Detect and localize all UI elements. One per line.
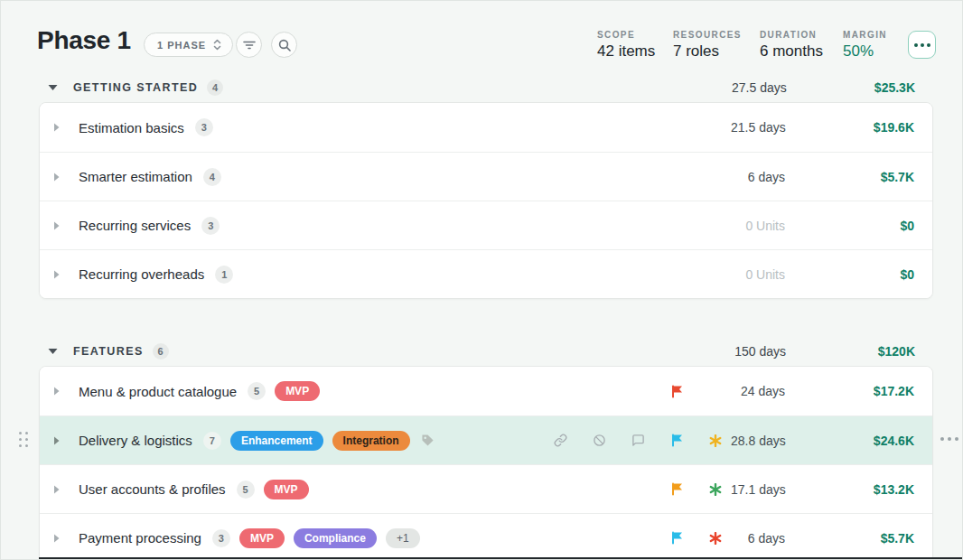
row-title: Delivery & logistics — [79, 433, 192, 448]
stat-label: MARGIN — [843, 30, 887, 40]
asterisk-icon[interactable] — [707, 434, 724, 447]
ban-icon[interactable] — [591, 434, 607, 447]
count-badge: 3 — [212, 529, 230, 547]
row-title: Payment processing — [79, 530, 201, 546]
tag-pill-integration[interactable]: Integration — [332, 431, 410, 451]
tag-pill-mvp[interactable]: MVP — [264, 480, 309, 499]
caret-right-icon[interactable] — [53, 173, 62, 182]
row-amount: $13.2K — [785, 482, 914, 497]
tag-pill-enhancement[interactable]: Enhancement — [230, 431, 323, 451]
asterisk-icon[interactable] — [707, 532, 724, 545]
tag-pill-mvp[interactable]: MVP — [239, 528, 285, 548]
section-amount: $25.3K — [786, 80, 915, 95]
section-days: 150 days — [732, 344, 786, 359]
count-badge: 3 — [195, 118, 213, 136]
stat-value: 7 roles — [673, 42, 742, 61]
section-amount: $120K — [786, 344, 915, 359]
row-amount: $19.6K — [785, 120, 914, 135]
caret-right-icon[interactable] — [53, 270, 62, 279]
count-badge: 4 — [203, 168, 221, 186]
link-icon[interactable] — [552, 434, 568, 447]
flag-icon[interactable] — [668, 531, 685, 545]
table-row[interactable]: User accounts & profiles 5 MVP 17.1 days… — [40, 464, 932, 513]
row-days: 21.5 days — [731, 120, 785, 135]
flag-icon[interactable] — [668, 434, 685, 447]
table-row-selected[interactable]: Delivery & logistics 7 Enhancement Integ… — [40, 415, 932, 464]
table-row[interactable]: Smarter estimation 4 6 days $5.7K — [40, 152, 932, 201]
count-badge: 5 — [248, 382, 266, 400]
row-title: Recurring services — [79, 218, 191, 233]
stat-margin: MARGIN 50% — [843, 30, 887, 61]
section-count-badge: 6 — [153, 343, 169, 359]
count-badge: 7 — [203, 432, 221, 450]
phase-selector-dropdown[interactable]: 1 PHASE — [144, 33, 233, 57]
stat-scope: SCOPE 42 items — [597, 30, 655, 61]
row-amount: $17.2K — [785, 384, 914, 398]
tag-pill-overflow[interactable]: +1 — [386, 528, 420, 548]
section-title: FEATURES — [73, 345, 144, 358]
chevron-updown-icon — [213, 39, 221, 51]
row-amount: $0 — [785, 219, 914, 233]
flag-icon[interactable] — [668, 482, 685, 496]
stat-resources: RESOURCES 7 roles — [673, 30, 742, 61]
row-title: Menu & product catalogue — [79, 384, 237, 399]
asterisk-icon[interactable] — [707, 483, 724, 496]
count-badge: 5 — [237, 481, 255, 499]
row-days: 6 days — [731, 170, 785, 184]
stat-value: 6 months — [760, 42, 823, 61]
row-amount: $5.7K — [785, 170, 914, 184]
comment-icon[interactable] — [630, 434, 646, 447]
row-title: Recurring overheads — [79, 266, 204, 282]
row-more-options-button[interactable] — [940, 437, 958, 441]
page-title: Phase 1 — [37, 26, 131, 55]
estimation-app-page: Phase 1 1 PHASE SCOPE 42 items RESOURCES… — [0, 0, 963, 560]
row-amount: $5.7K — [785, 531, 914, 546]
caret-right-icon[interactable] — [53, 436, 62, 445]
ellipsis-icon — [914, 43, 918, 47]
filter-button[interactable] — [236, 32, 262, 58]
stat-label: SCOPE — [597, 30, 655, 40]
row-days: 0 Units — [731, 219, 785, 233]
count-badge: 3 — [201, 217, 220, 235]
row-days: 0 Units — [731, 267, 785, 282]
stat-label: DURATION — [760, 30, 823, 40]
search-icon — [278, 39, 291, 51]
more-options-button[interactable] — [908, 31, 936, 59]
table-row[interactable]: Payment processing 3 MVP Compliance +1 6… — [40, 513, 932, 560]
search-button[interactable] — [271, 32, 297, 58]
table-row[interactable]: Menu & product catalogue 5 MVP 24 days $… — [40, 367, 932, 415]
row-days: 24 days — [731, 384, 785, 398]
caret-right-icon[interactable] — [53, 123, 62, 132]
table-row[interactable]: Estimation basics 3 21.5 days $19.6K — [40, 103, 932, 152]
caret-right-icon[interactable] — [53, 387, 62, 396]
row-title: Estimation basics — [79, 120, 184, 135]
section-title: GETTING STARTED — [73, 81, 198, 94]
section-header-getting-started: GETTING STARTED 4 27.5 days $25.3K — [39, 79, 933, 97]
stat-label: RESOURCES — [673, 30, 742, 40]
tag-icon[interactable] — [421, 434, 435, 447]
tag-pill-mvp[interactable]: MVP — [275, 381, 320, 401]
section-count-badge: 4 — [207, 79, 223, 96]
row-days: 28.8 days — [731, 434, 785, 448]
row-title: Smarter estimation — [79, 169, 192, 184]
caret-right-icon[interactable] — [53, 534, 62, 543]
caret-right-icon[interactable] — [53, 485, 62, 494]
section-days: 27.5 days — [732, 80, 786, 95]
phase-selector-label: 1 PHASE — [157, 40, 206, 51]
row-days: 17.1 days — [731, 482, 785, 497]
tag-pill-compliance[interactable]: Compliance — [294, 528, 377, 548]
caret-right-icon[interactable] — [53, 221, 62, 230]
row-days: 6 days — [731, 531, 785, 546]
section-header-features: FEATURES 6 150 days $120K — [39, 342, 933, 360]
flag-icon[interactable] — [668, 385, 685, 398]
caret-down-icon[interactable] — [48, 348, 58, 355]
row-amount: $0 — [785, 267, 914, 282]
row-title: User accounts & profiles — [79, 481, 226, 497]
stat-value: 42 items — [597, 42, 655, 61]
table-row[interactable]: Recurring overheads 1 0 Units $0 — [40, 249, 932, 298]
table-row[interactable]: Recurring services 3 0 Units $0 — [40, 201, 932, 249]
stat-duration: DURATION 6 months — [760, 30, 823, 61]
drag-handle[interactable] — [19, 432, 28, 447]
getting-started-card: Estimation basics 3 21.5 days $19.6K Sma… — [39, 102, 933, 299]
caret-down-icon[interactable] — [48, 84, 58, 91]
